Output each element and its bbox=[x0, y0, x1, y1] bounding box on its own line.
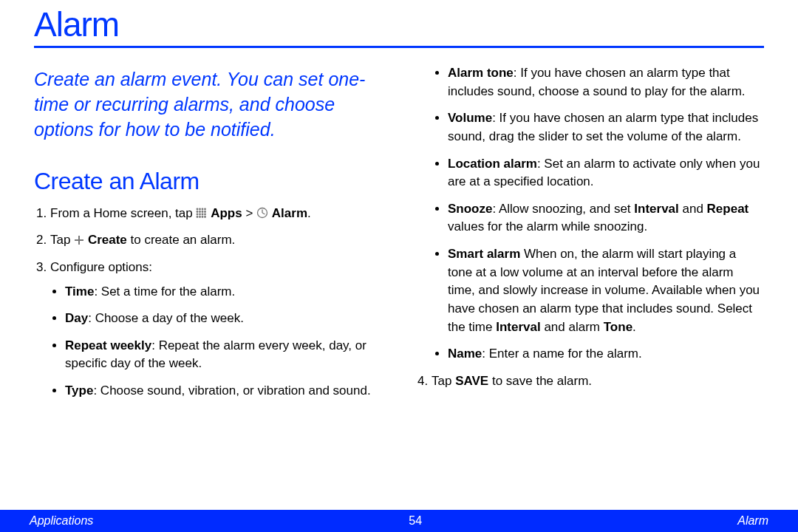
svg-point-1 bbox=[200, 208, 202, 210]
step-4-prefix: Tap bbox=[432, 374, 455, 388]
step-4: Tap SAVE to save the alarm. bbox=[432, 372, 763, 391]
opt-snooze-int: Interval bbox=[634, 202, 678, 216]
svg-point-2 bbox=[202, 208, 204, 210]
opt-tone: Alarm tone: If you have chosen an alarm … bbox=[448, 64, 763, 100]
save-label: SAVE bbox=[455, 374, 488, 388]
create-label: Create bbox=[88, 233, 127, 247]
alarm-label: Alarm bbox=[272, 206, 307, 220]
svg-line-18 bbox=[262, 213, 265, 214]
opt-location-b: Location alarm bbox=[448, 157, 537, 171]
opt-name-b: Name bbox=[448, 347, 482, 361]
footer-left: Applications bbox=[30, 514, 93, 528]
opt-day: Day: Choose a day of the week. bbox=[65, 310, 381, 328]
options-list-right: Alarm tone: If you have chosen an alarm … bbox=[448, 64, 763, 364]
svg-point-8 bbox=[197, 213, 199, 215]
opt-name: Name: Enter a name for the alarm. bbox=[448, 345, 763, 364]
opt-snooze: Snooze: Allow snoozing, and set Interval… bbox=[448, 200, 763, 236]
opt-snooze-p3: values for the alarm while snoozing. bbox=[448, 219, 647, 233]
opt-repeat: Repeat weekly: Repeat the alarm every we… bbox=[65, 337, 381, 373]
step-2: Tap Create to create an alarm. bbox=[50, 231, 381, 251]
opt-smart-int: Interval bbox=[496, 320, 540, 334]
svg-point-5 bbox=[200, 211, 202, 213]
opt-location: Location alarm: Set an alarm to activate… bbox=[448, 155, 763, 191]
step-3-label: Configure options: bbox=[50, 260, 152, 274]
opt-tone-b: Alarm tone bbox=[448, 66, 514, 80]
apps-grid-icon bbox=[196, 206, 207, 225]
opt-day-b: Day bbox=[65, 311, 88, 325]
opt-time-r: : Set a time for the alarm. bbox=[94, 284, 235, 299]
footer-right: Alarm bbox=[737, 514, 768, 528]
svg-point-9 bbox=[200, 213, 202, 215]
opt-smart-p2: and alarm bbox=[541, 320, 604, 334]
opt-snooze-p1: : Allow snoozing, and set bbox=[492, 202, 634, 216]
opt-snooze-b: Snooze bbox=[448, 202, 492, 216]
svg-point-15 bbox=[205, 216, 207, 218]
step-1-suffix: . bbox=[307, 206, 311, 220]
step-3: Configure options: Time: Set a time for … bbox=[50, 259, 381, 400]
right-column: Alarm tone: If you have chosen an alarm … bbox=[415, 58, 763, 409]
svg-point-14 bbox=[202, 216, 204, 218]
plus-icon bbox=[74, 233, 84, 251]
options-list-left: Time: Set a time for the alarm. Day: Cho… bbox=[65, 283, 381, 400]
opt-day-r: : Choose a day of the week. bbox=[88, 311, 244, 325]
opt-volume: Volume: If you have chosen an alarm type… bbox=[448, 109, 763, 146]
opt-type-r: : Choose sound, vibration, or vibration … bbox=[93, 383, 370, 398]
opt-smart: Smart alarm When on, the alarm will star… bbox=[448, 245, 763, 336]
opt-time-b: Time bbox=[65, 284, 94, 299]
svg-point-6 bbox=[202, 211, 204, 213]
opt-snooze-p2: and bbox=[679, 202, 707, 216]
opt-snooze-rep: Repeat bbox=[707, 202, 749, 216]
intro-text: Create an alarm event. You can set one-t… bbox=[34, 67, 381, 142]
step-1-gt: > bbox=[245, 206, 256, 220]
page-title: Alarm bbox=[34, 0, 764, 46]
steps-list-cont: Tap SAVE to save the alarm. bbox=[415, 372, 763, 391]
opt-volume-r: : If you have chosen an alarm type that … bbox=[448, 111, 758, 143]
svg-point-11 bbox=[205, 213, 207, 215]
svg-point-3 bbox=[205, 208, 207, 210]
title-rule bbox=[34, 46, 764, 48]
svg-point-12 bbox=[197, 216, 199, 218]
apps-label: Apps bbox=[211, 206, 242, 220]
steps-list: From a Home screen, tap Apps > bbox=[34, 205, 381, 400]
svg-point-13 bbox=[200, 216, 202, 218]
left-column: Create an alarm event. You can set one-t… bbox=[34, 58, 381, 409]
footer-page-number: 54 bbox=[409, 514, 422, 528]
step-1: From a Home screen, tap Apps > bbox=[50, 205, 381, 225]
section-heading: Create an Alarm bbox=[34, 164, 381, 198]
step-2-suffix: to create an alarm. bbox=[131, 233, 236, 247]
content-columns: Create an alarm event. You can set one-t… bbox=[34, 58, 764, 409]
svg-point-4 bbox=[197, 211, 199, 213]
opt-repeat-b: Repeat weekly bbox=[65, 338, 151, 352]
opt-smart-tone: Tone bbox=[604, 320, 632, 334]
step-4-suffix: to save the alarm. bbox=[488, 374, 592, 388]
opt-time: Time: Set a time for the alarm. bbox=[65, 283, 381, 301]
opt-smart-p3: . bbox=[632, 320, 636, 334]
clock-icon bbox=[256, 206, 268, 225]
page: Alarm Create an alarm event. You can set… bbox=[0, 0, 798, 532]
opt-smart-b: Smart alarm bbox=[448, 247, 520, 261]
step-1-prefix: From a Home screen, tap bbox=[50, 206, 196, 220]
opt-type: Type: Choose sound, vibration, or vibrat… bbox=[65, 382, 381, 400]
svg-point-7 bbox=[205, 211, 207, 213]
opt-type-b: Type bbox=[65, 383, 93, 398]
footer-bar: Applications 54 Alarm bbox=[0, 510, 798, 532]
svg-point-0 bbox=[197, 208, 199, 210]
step-2-prefix: Tap bbox=[50, 233, 74, 247]
opt-volume-b: Volume bbox=[448, 111, 492, 125]
svg-point-10 bbox=[202, 213, 204, 215]
opt-name-r: : Enter a name for the alarm. bbox=[482, 347, 641, 361]
